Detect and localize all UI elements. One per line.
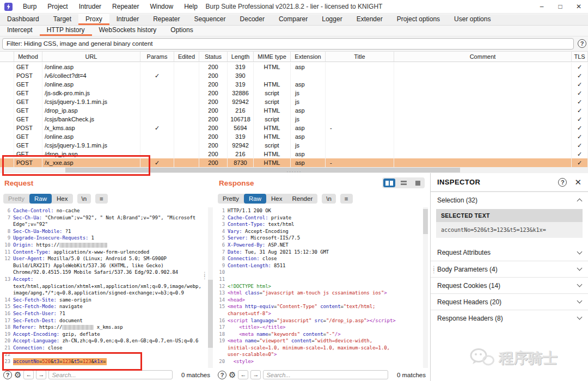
request-tab-hex[interactable]: Hex [52, 194, 72, 204]
tab-project-options[interactable]: Project options [390, 14, 447, 25]
line-content: HTTP/1.1 200 OK [228, 207, 423, 214]
menu-help[interactable]: Help [179, 0, 203, 13]
help-icon[interactable]: ? [218, 371, 226, 379]
code-line: 5Server: Microsoft-IIS/7.5 [215, 235, 423, 242]
layout-single-pane-icon[interactable] [412, 179, 424, 187]
tab-extender[interactable]: Extender [350, 14, 390, 25]
column-header-index[interactable] [0, 52, 14, 62]
table-row[interactable]: GET/drop_ip.asp200216HTMLasp✓ [0, 150, 588, 158]
table-row[interactable]: GET/csjs/jquery-1.9.1.min.js20092942scri… [0, 141, 588, 150]
column-header-comment[interactable]: Comment [394, 52, 572, 62]
next-match-button[interactable]: → [250, 370, 261, 379]
help-icon[interactable]: ? [3, 371, 12, 379]
help-icon[interactable]: ? [578, 39, 586, 48]
response-editor[interactable]: 1HTTP/1.1 200 OK2Cache-Control: private3… [215, 207, 423, 368]
response-tab-pretty[interactable]: Pretty [218, 194, 244, 204]
request-tab-raw[interactable]: Raw [29, 194, 52, 204]
splitter-handle-vertical[interactable]: ⋮⋮ [431, 267, 434, 272]
tab-proxy[interactable]: Proxy [78, 14, 109, 25]
inspector-section-selection[interactable]: Selection (32) [431, 192, 588, 208]
subtab-options[interactable]: Options [163, 26, 200, 36]
tab-intruder[interactable]: Intruder [109, 14, 146, 25]
column-header-params[interactable]: Params [140, 52, 174, 62]
table-row[interactable]: POST/x_kms.asp✓2005694HTMLasp-✓ [0, 124, 588, 132]
inspector-section-body-parameters-4[interactable]: Body Parameters (4) [431, 261, 588, 277]
table-row[interactable]: GET/csjs/bankCheck.js200106718scriptjs✓ [0, 115, 588, 124]
layout-split-rows-icon[interactable] [397, 179, 409, 187]
table-row[interactable]: GET/online.asp200319HTMLasp✓ [0, 132, 588, 141]
menu-window[interactable]: Window [145, 0, 178, 13]
column-header-status[interactable]: Status [199, 52, 228, 62]
scrollbar-thumb[interactable] [65, 168, 460, 173]
menu-project[interactable]: Project [42, 0, 72, 13]
token: 1 [88, 235, 94, 241]
search-input[interactable] [48, 370, 173, 379]
scrollbar-thumb[interactable] [423, 209, 428, 234]
response-newline-toggle[interactable]: \n [322, 194, 336, 204]
tab-user-options[interactable]: User options [447, 14, 498, 25]
gear-icon[interactable]: ⚙ [229, 371, 236, 379]
menu-burp[interactable]: Burp [18, 0, 41, 13]
menu-repeater[interactable]: Repeater [107, 0, 144, 13]
table-row[interactable]: POST/v6/collect?dt=4✓200390✓ [0, 71, 588, 80]
table-row[interactable]: GET/online.asp200319HTMLasp✓ [0, 63, 588, 71]
minimize-button[interactable]: – [532, 0, 551, 13]
inspector-section-request-attributes[interactable]: Request Attributes [431, 244, 588, 261]
table-row[interactable]: GET/csjs/jquery-1.9.1.min.js20092942scri… [0, 97, 588, 106]
tab-sequencer[interactable]: Sequencer [187, 14, 233, 25]
tab-repeater[interactable]: Repeater [146, 14, 187, 25]
help-icon[interactable]: ? [558, 178, 567, 187]
search-input[interactable] [263, 370, 388, 379]
request-vertical-scrollbar[interactable] [208, 207, 213, 368]
cell: asp [291, 80, 326, 89]
inspector-section-response-headers-8[interactable]: Response Headers (8) [431, 310, 588, 326]
tab-comparer[interactable]: Comparer [272, 14, 315, 25]
layout-split-columns-icon[interactable] [383, 179, 395, 187]
tab-logger[interactable]: Logger [315, 14, 349, 25]
column-header-edited[interactable]: Edited [174, 52, 199, 62]
maximize-button[interactable]: □ [551, 0, 569, 13]
table-row[interactable]: GET/js-sdk-pro.min.js20032886scriptjs✓ [0, 89, 588, 97]
splitter-handle-vertical[interactable]: ⋮⋮ [202, 273, 205, 278]
response-tab-raw[interactable]: Raw [244, 194, 266, 204]
inspector-section-request-cookies-14[interactable]: Request Cookies (14) [431, 277, 588, 293]
menu-intruder[interactable]: Intruder [74, 0, 106, 13]
tab-target[interactable]: Target [46, 14, 78, 25]
tab-decoder[interactable]: Decoder [233, 14, 272, 25]
filter-bar[interactable]: Filter: Hiding CSS, image and general bi… [2, 38, 574, 50]
request-menu-icon[interactable]: ≡ [95, 194, 108, 204]
gear-icon[interactable]: ⚙ [14, 371, 21, 379]
close-button[interactable]: ✕ [569, 0, 588, 13]
response-vertical-scrollbar[interactable] [423, 207, 428, 368]
inspector-section-request-headers-20[interactable]: Request Headers (20) [431, 293, 588, 310]
scrollbar-thumb[interactable] [208, 280, 213, 348]
request-tab-pretty[interactable]: Pretty [3, 194, 29, 204]
column-header-title[interactable]: Title [326, 52, 394, 62]
table-row[interactable]: GET/drop_ip.asp200216HTMLasp✓ [0, 106, 588, 115]
cell [326, 97, 394, 106]
response-menu-icon[interactable]: ≡ [340, 194, 353, 204]
column-header-length[interactable]: Length [228, 52, 254, 62]
column-header-tls[interactable]: TLS [572, 52, 588, 62]
next-match-button[interactable]: → [36, 370, 46, 379]
code-line: 15<meta http-equiv="Content-Type" conten… [215, 303, 423, 310]
prev-match-button[interactable]: ← [238, 370, 248, 379]
cell: 200 [199, 106, 228, 115]
close-icon[interactable]: ✕ [574, 177, 581, 187]
column-header-extension[interactable]: Extension [291, 52, 326, 62]
subtab-websockets-history[interactable]: WebSockets history [92, 26, 164, 36]
request-editor[interactable]: 6Cache-Control: no-cache7Sec-Ch-Ua: "Chr… [0, 207, 207, 368]
tab-dashboard[interactable]: Dashboard [0, 14, 46, 25]
prev-match-button[interactable]: ← [23, 370, 34, 379]
response-tab-render[interactable]: Render [287, 194, 318, 204]
request-newline-toggle[interactable]: \n [77, 194, 91, 204]
selected-text: accountNo=520&t3=123&t5=123&k1x= [13, 358, 107, 365]
column-header-url[interactable]: URL [42, 52, 140, 62]
column-header-mime-type[interactable]: MIME type [254, 52, 291, 62]
response-tab-hex[interactable]: Hex [266, 194, 287, 204]
column-header-method[interactable]: Method [14, 52, 42, 62]
table-row[interactable]: POST/x_xxe.asp✓2008730HTMLasp-✓ [0, 158, 588, 167]
subtab-intercept[interactable]: Intercept [0, 26, 40, 36]
subtab-http-history[interactable]: HTTP history [40, 26, 92, 36]
table-row[interactable]: GET/online.asp200319HTMLasp✓ [0, 80, 588, 89]
